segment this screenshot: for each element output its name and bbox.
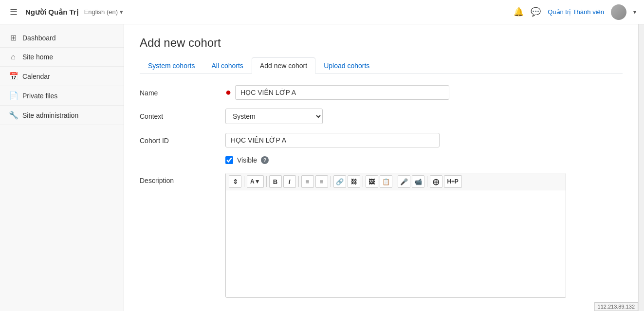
user-menu-dropdown-icon[interactable]: ▾ bbox=[633, 9, 636, 16]
dashboard-icon: ⊞ bbox=[9, 33, 18, 42]
avatar[interactable] bbox=[611, 4, 626, 20]
tab-all-cohorts[interactable]: All cohorts bbox=[203, 57, 251, 73]
cohort-form: Name ● Context System Category Course bbox=[140, 85, 623, 298]
toolbar-collapse-btn[interactable]: ⇕ bbox=[229, 175, 241, 188]
context-select[interactable]: System Category Course bbox=[225, 109, 323, 124]
hamburger-menu-icon[interactable]: ☰ bbox=[8, 5, 19, 19]
toolbar-audio-btn[interactable]: 🎤 bbox=[398, 175, 410, 188]
navbar-right: 🔔 💬 Quản trị Thành viên ▾ bbox=[514, 4, 636, 20]
toolbar-unlink-btn[interactable]: ⛓ bbox=[348, 175, 360, 188]
chat-icon[interactable]: 💬 bbox=[531, 7, 541, 17]
toolbar-image-btn[interactable]: 🖼 bbox=[366, 175, 378, 188]
content-area: Add new cohort System cohorts All cohort… bbox=[124, 24, 638, 311]
cohortid-label: Cohort ID bbox=[140, 133, 218, 145]
toolbar-bold-btn[interactable]: B bbox=[269, 175, 282, 188]
sidebar-item-site-home[interactable]: ⌂ Site home bbox=[0, 48, 124, 67]
avatar-image bbox=[611, 4, 626, 20]
tab-add-new-cohort[interactable]: Add new cohort bbox=[252, 57, 315, 73]
context-control-wrap: System Category Course bbox=[225, 109, 623, 124]
sidebar-item-dashboard[interactable]: ⊞ Dashboard bbox=[0, 28, 124, 48]
sidebar-item-private-files[interactable]: 📄 Private files bbox=[0, 86, 124, 106]
user-profile-link[interactable]: Quản trị Thành viên bbox=[548, 8, 604, 16]
name-label: Name bbox=[140, 85, 218, 97]
sidebar-item-label-site-home: Site home bbox=[22, 53, 53, 61]
description-editor-body[interactable] bbox=[226, 190, 566, 297]
toolbar-equation-btn[interactable]: ⨁ bbox=[430, 175, 442, 188]
sidebar-item-label-calendar: Calendar bbox=[22, 73, 50, 80]
tab-bar: System cohorts All cohorts Add new cohor… bbox=[140, 57, 623, 73]
tab-system-cohorts[interactable]: System cohorts bbox=[140, 57, 203, 73]
toolbar-sep-5 bbox=[363, 176, 363, 187]
toolbar-sep-2 bbox=[266, 176, 267, 187]
toolbar-media-btn[interactable]: 📋 bbox=[380, 175, 392, 188]
site-brand: Người Quản Trị bbox=[25, 8, 78, 17]
page-title: Add new cohort bbox=[140, 36, 623, 50]
home-icon: ⌂ bbox=[9, 53, 18, 61]
toolbar-sep-1 bbox=[244, 176, 244, 187]
toolbar-sep-7 bbox=[427, 176, 427, 187]
toolbar-unordered-list-btn[interactable]: ≡ bbox=[301, 175, 314, 188]
name-control-wrap: ● bbox=[225, 85, 623, 100]
sidebar-item-label-private-files: Private files bbox=[22, 92, 57, 100]
description-editor: ⇕ A▼ B I ≡ ≡ 🔗 ⛓ 🖼 📋 bbox=[225, 173, 566, 298]
top-navbar: ☰ Người Quản Trị English (en) 🔔 💬 Quản t… bbox=[0, 0, 644, 24]
sidebar-item-calendar[interactable]: 📅 Calendar bbox=[0, 67, 124, 86]
toolbar-sep-6 bbox=[395, 176, 395, 187]
toolbar-sep-3 bbox=[298, 176, 299, 187]
toolbar-sep-4 bbox=[331, 176, 331, 187]
main-layout: ⊞ Dashboard ⌂ Site home 📅 Calendar 📄 Pri… bbox=[0, 24, 644, 311]
wrench-icon: 🔧 bbox=[9, 110, 18, 120]
required-icon: ● bbox=[225, 87, 231, 97]
toolbar-hp-btn[interactable]: H÷P bbox=[444, 175, 462, 188]
page-scrollbar[interactable] bbox=[638, 24, 644, 311]
name-input[interactable] bbox=[235, 85, 449, 100]
description-label: Description bbox=[140, 173, 218, 184]
toolbar-italic-btn[interactable]: I bbox=[283, 175, 296, 188]
tab-upload-cohorts[interactable]: Upload cohorts bbox=[315, 57, 378, 73]
visible-row: Visible ? bbox=[225, 156, 623, 164]
sidebar: ⊞ Dashboard ⌂ Site home 📅 Calendar 📄 Pri… bbox=[0, 24, 124, 311]
ip-address-bar: 112.213.89.132 bbox=[594, 302, 638, 311]
visible-checkbox[interactable] bbox=[225, 156, 233, 164]
cohortid-field-row: Cohort ID bbox=[140, 133, 623, 147]
sidebar-item-label-site-admin: Site administration bbox=[22, 111, 78, 119]
notification-bell-icon[interactable]: 🔔 bbox=[514, 7, 524, 17]
cohortid-input[interactable] bbox=[225, 133, 440, 147]
editor-toolbar: ⇕ A▼ B I ≡ ≡ 🔗 ⛓ 🖼 📋 bbox=[226, 173, 566, 190]
calendar-icon: 📅 bbox=[9, 72, 18, 81]
toolbar-video-btn[interactable]: 📹 bbox=[412, 175, 424, 188]
context-label: Context bbox=[140, 109, 218, 120]
toolbar-link-btn[interactable]: 🔗 bbox=[333, 175, 346, 188]
cohortid-control-wrap bbox=[225, 133, 623, 147]
visible-label: Visible bbox=[237, 156, 257, 164]
name-field-row: Name ● bbox=[140, 85, 623, 100]
toolbar-ordered-list-btn[interactable]: ≡ bbox=[315, 175, 328, 188]
toolbar-font-btn[interactable]: A▼ bbox=[247, 175, 264, 188]
context-field-row: Context System Category Course bbox=[140, 109, 623, 124]
sidebar-item-label-dashboard: Dashboard bbox=[22, 34, 56, 42]
file-icon: 📄 bbox=[9, 91, 18, 100]
description-row: Description ⇕ A▼ B I ≡ ≡ 🔗 ⛓ bbox=[140, 173, 623, 298]
language-selector[interactable]: English (en) bbox=[84, 8, 123, 16]
sidebar-item-site-administration[interactable]: 🔧 Site administration bbox=[0, 106, 124, 125]
help-icon[interactable]: ? bbox=[261, 156, 269, 164]
